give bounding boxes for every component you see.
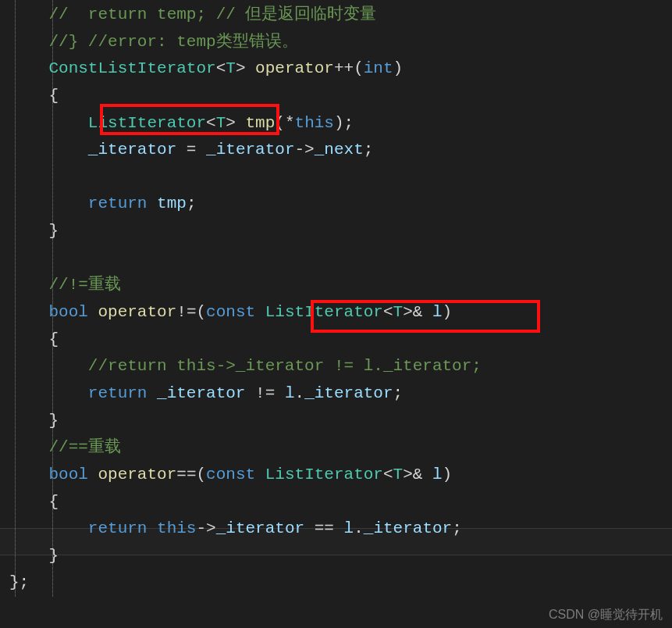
operator-keyword: operator	[255, 59, 334, 77]
code-line: return _iterator != l._iterator;	[9, 380, 672, 408]
code-line: {	[9, 83, 672, 110]
code-line: // return temp; // 但是返回临时变量	[9, 2, 672, 29]
code-editor[interactable]: // return temp; // 但是返回临时变量 //} //error:…	[0, 0, 672, 597]
code-line: ListIterator<T> tmp(*this);	[9, 110, 672, 137]
code-line: }	[9, 543, 672, 570]
code-line: }	[9, 408, 672, 435]
comment-text: //return this->_iterator != l._iterator;	[88, 357, 482, 375]
code-line: _iterator = _iterator->_next;	[9, 137, 672, 164]
code-line: //==重载	[9, 434, 672, 462]
code-line: //} //error: temp类型错误。	[9, 29, 672, 56]
code-line: ConstListIterator<T> operator++(int)	[9, 55, 672, 83]
watermark: CSDN @睡觉待开机	[549, 607, 663, 623]
comment-text: //!=重载	[48, 276, 120, 294]
code-line: }	[9, 218, 672, 245]
code-line: {	[9, 489, 672, 516]
code-line	[9, 164, 672, 191]
comment-text: // return temp; // 但是返回临时变量	[48, 5, 376, 23]
type-name: ListIterator	[265, 466, 383, 483]
code-line: bool operator==(const ListIterator<T>& l…	[9, 462, 672, 489]
code-line: //!=重载	[9, 272, 672, 299]
comment-text: //==重载	[48, 438, 120, 456]
comment-text: //} //error: temp类型错误。	[48, 33, 297, 51]
code-line: };	[9, 569, 672, 597]
type-name: ListIterator	[265, 303, 383, 321]
code-line: {	[9, 326, 672, 354]
type-name: ListIterator	[88, 114, 206, 132]
code-line: return this->_iterator == l._iterator;	[9, 516, 672, 543]
code-line: return tmp;	[9, 191, 672, 218]
code-line	[9, 245, 672, 273]
type-name: ConstListIterator	[48, 59, 215, 77]
code-line: bool operator!=(const ListIterator<T>& l…	[9, 299, 672, 326]
code-line: //return this->_iterator != l._iterator;	[9, 353, 672, 380]
